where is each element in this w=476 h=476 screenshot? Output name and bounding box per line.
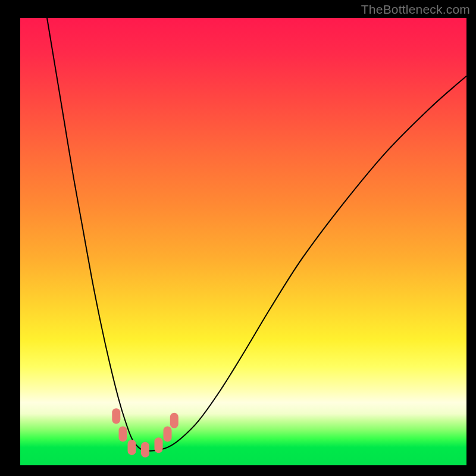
curve-marker bbox=[128, 440, 136, 455]
curve-marker bbox=[141, 442, 149, 458]
curve-layer bbox=[20, 18, 466, 465]
curve-marker bbox=[119, 426, 127, 441]
plot-area bbox=[20, 18, 466, 465]
curve-marker bbox=[112, 408, 120, 424]
bottleneck-curve bbox=[47, 18, 466, 451]
minimum-markers bbox=[112, 408, 178, 457]
curve-marker bbox=[155, 437, 163, 453]
curve-marker bbox=[170, 413, 178, 428]
curve-marker bbox=[164, 426, 172, 441]
watermark-text: TheBottleneck.com bbox=[361, 2, 470, 17]
chart-frame: TheBottleneck.com bbox=[0, 0, 476, 476]
